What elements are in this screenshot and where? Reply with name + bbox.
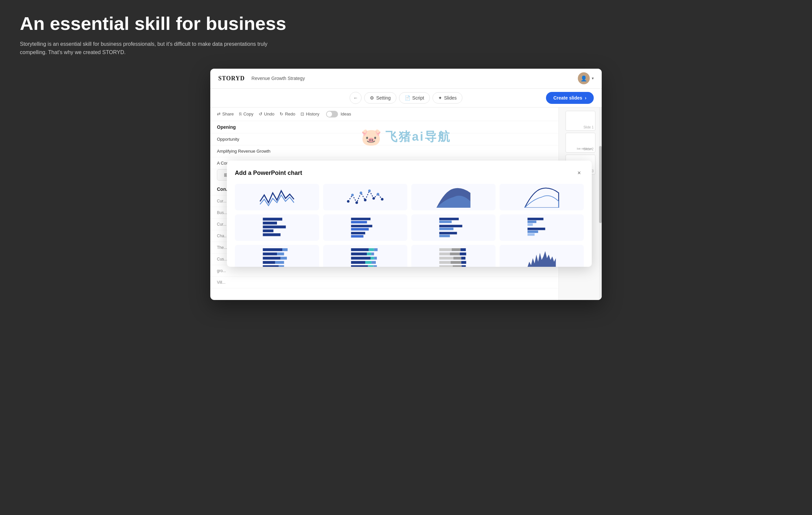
svg-rect-50 [374, 257, 377, 260]
chart-thumb-bar-h-2[interactable] [323, 214, 407, 241]
svg-rect-47 [371, 253, 374, 256]
svg-rect-37 [281, 257, 287, 260]
chart-thumb-bar-h-1[interactable] [235, 214, 319, 241]
page-header: An essential skill for business Storytel… [20, 13, 792, 57]
chart-thumb-stacked-3[interactable] [411, 245, 496, 267]
scatter-wavy-chart [326, 187, 405, 208]
list-item[interactable]: Amplifying Revenue Growth [210, 145, 558, 157]
create-slides-button[interactable]: Create slides › [546, 92, 594, 104]
chevron-right-icon: › [585, 95, 586, 101]
svg-point-8 [377, 193, 379, 196]
svg-rect-48 [351, 257, 371, 260]
chart-thumb-scatter-wavy[interactable] [323, 184, 407, 210]
list-item[interactable]: Opportunity [210, 134, 558, 145]
bar-h-chart-2 [326, 217, 405, 238]
svg-rect-11 [263, 225, 286, 228]
stacked-bar-chart-3 [414, 248, 493, 267]
chart-thumb-stacked-1[interactable] [235, 245, 319, 267]
undo-button[interactable]: ↺ Undo [259, 112, 274, 116]
area-blue-chart [414, 187, 493, 208]
svg-rect-66 [439, 261, 451, 264]
app-toolbar: ← ⚙ Setting 📄 Script ✦ Slides Create sli… [210, 89, 602, 108]
svg-rect-44 [374, 248, 378, 251]
copy-button[interactable]: ⎘ Copy [239, 112, 254, 116]
app-main: ⇄ Share ⎘ Copy ↺ Undo ↻ Redo ⊡ History [210, 108, 602, 300]
slide-thumb-wrap[interactable]: Slide 1 [566, 111, 596, 131]
svg-rect-54 [351, 265, 368, 267]
chart-thumb-bar-h-4[interactable] [499, 214, 584, 241]
line-wavy-chart [237, 187, 316, 208]
history-icon: ⊡ [300, 112, 304, 116]
svg-rect-49 [371, 257, 374, 260]
svg-rect-30 [527, 230, 538, 233]
svg-rect-23 [439, 228, 454, 230]
scrollbar-track[interactable] [599, 108, 602, 300]
svg-rect-24 [439, 232, 457, 234]
svg-rect-42 [351, 248, 369, 251]
action-bar: ⇄ Share ⎘ Copy ↺ Undo ↻ Redo ⊡ History [210, 108, 558, 121]
scrollbar-thumb[interactable] [599, 146, 602, 223]
history-button[interactable]: ⊡ History [300, 112, 319, 116]
script-icon: 📄 [405, 95, 410, 101]
list-item[interactable]: Vill... [210, 277, 558, 288]
doc-title: Revenue Growth Strategy [252, 76, 578, 81]
ideas-toggle[interactable] [326, 111, 338, 117]
avatar-chevron-icon[interactable]: ▾ [592, 76, 594, 81]
copy-icon: ⎘ [239, 112, 242, 116]
svg-rect-41 [279, 265, 284, 267]
revenue-text: ive revenue [577, 147, 592, 150]
slides-icon: ✦ [438, 95, 442, 101]
slide-thumb-wrap[interactable]: Slide 2 ive revenue [566, 133, 596, 153]
svg-rect-71 [462, 265, 466, 267]
slides-button[interactable]: ✦ Slides [433, 92, 462, 104]
app-nav: STORYD Revenue Growth Strategy 👤 ▾ [210, 69, 602, 89]
svg-rect-68 [461, 261, 466, 264]
list-item[interactable]: gro... [210, 265, 558, 277]
modal-close-button[interactable]: × [575, 169, 584, 178]
svg-rect-45 [351, 253, 367, 256]
ideas-toggle-wrap: Ideas [326, 111, 351, 117]
list-item[interactable]: Opening [210, 121, 558, 134]
slide-label-1: Slide 1 [583, 125, 594, 129]
chart-thumb-area-blue[interactable] [411, 184, 496, 210]
svg-rect-53 [372, 261, 376, 264]
svg-point-7 [368, 190, 371, 192]
svg-rect-25 [439, 235, 450, 237]
svg-rect-35 [277, 253, 284, 256]
stacked-bar-chart-1 [237, 248, 316, 267]
back-button[interactable]: ← [350, 92, 361, 104]
share-button[interactable]: ⇄ Share [217, 112, 234, 116]
svg-rect-38 [263, 261, 275, 264]
svg-rect-13 [263, 233, 280, 236]
svg-rect-43 [369, 248, 374, 251]
app-logo: STORYD [218, 75, 245, 82]
avatar: 👤 [578, 72, 590, 84]
chart-grid [235, 184, 584, 267]
chart-thumb-bar-h-3[interactable] [411, 214, 496, 241]
chart-thumb-area-outline[interactable] [499, 184, 584, 210]
svg-rect-12 [263, 229, 273, 232]
page-subtitle: Storytelling is an essential skill for b… [20, 40, 279, 57]
svg-rect-67 [451, 261, 461, 264]
svg-rect-20 [439, 218, 459, 220]
chart-thumb-stacked-2[interactable] [323, 245, 407, 267]
svg-rect-16 [351, 225, 372, 227]
chart-thumb-line-wavy[interactable] [235, 184, 319, 210]
svg-point-2 [364, 199, 367, 201]
svg-rect-32 [263, 248, 282, 251]
svg-rect-36 [263, 257, 280, 260]
svg-rect-14 [351, 218, 371, 220]
setting-button[interactable]: ⚙ Setting [364, 92, 396, 104]
slide-thumb-1[interactable]: Slide 1 [566, 111, 596, 131]
redo-button[interactable]: ↻ Redo [280, 112, 295, 116]
chart-thumb-area-spiky[interactable] [499, 245, 584, 267]
svg-rect-56 [374, 265, 377, 267]
slide-thumb-2[interactable]: Slide 2 ive revenue [566, 133, 596, 153]
svg-point-6 [359, 192, 362, 194]
script-button[interactable]: 📄 Script [399, 92, 430, 104]
bar-h-chart-3 [414, 217, 493, 238]
svg-rect-29 [527, 228, 545, 230]
svg-rect-69 [439, 265, 453, 267]
svg-rect-34 [263, 253, 277, 256]
svg-rect-65 [461, 257, 465, 260]
